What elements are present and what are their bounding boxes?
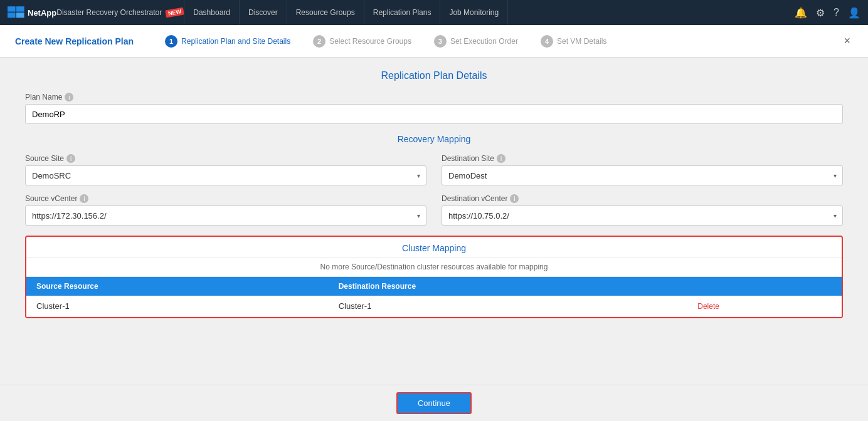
nav-discover[interactable]: Discover (240, 0, 287, 25)
delete-link[interactable]: Delete (697, 302, 719, 311)
step-circle-2: 2 (313, 35, 326, 48)
page-title: Replication Plan Details (25, 70, 843, 81)
step-circle-4: 4 (541, 35, 553, 48)
step-label-2: Select Resource Groups (329, 37, 411, 46)
source-vcenter-select-wrapper: https://172.30.156.2/ ▾ (25, 205, 426, 226)
wizard-title: Create New Replication Plan (15, 36, 134, 46)
bell-icon[interactable]: 🔔 (795, 7, 807, 19)
source-resource-header: Source Resource (26, 277, 329, 296)
site-row: Source Site i DemoSRC ▾ Destination Site… (25, 154, 843, 185)
app-name: Disaster Recovery Orchestrator (56, 8, 162, 17)
svg-rect-0 (8, 6, 16, 11)
user-icon[interactable]: 👤 (848, 7, 860, 19)
vcenter-row: Source vCenter i https://172.30.156.2/ ▾… (25, 194, 843, 226)
wizard-step-4[interactable]: 4 Set VM Details (529, 35, 618, 48)
recovery-mapping-section: Recovery Mapping Source Site i DemoSRC ▾ (25, 134, 843, 226)
nav-job-monitoring[interactable]: Job Monitoring (440, 0, 508, 25)
plan-name-info-icon[interactable]: i (65, 93, 73, 101)
nav-links: Dashboard Discover Resource Groups Repli… (184, 0, 795, 25)
source-resource-cell: Cluster-1 (26, 296, 329, 317)
gear-icon[interactable]: ⚙ (816, 7, 825, 19)
netapp-text: NetApp (28, 8, 56, 18)
topnav-icons: 🔔 ⚙ ? 👤 (795, 7, 860, 19)
wizard-step-2[interactable]: 2 Select Resource Groups (302, 35, 423, 48)
wizard-steps: 1 Replication Plan and Site Details 2 Se… (154, 35, 841, 48)
nav-replication-plans[interactable]: Replication Plans (364, 0, 441, 25)
destination-vcenter-group: Destination vCenter i https://10.75.0.2/… (442, 194, 843, 226)
close-button[interactable]: × (841, 32, 853, 50)
help-icon[interactable]: ? (834, 7, 839, 18)
destination-site-group: Destination Site i DemoDest ▾ (442, 154, 843, 185)
cluster-mapping-table: Source Resource Destination Resource Clu… (26, 277, 842, 317)
source-vcenter-group: Source vCenter i https://172.30.156.2/ ▾ (25, 194, 426, 226)
destination-site-select-wrapper: DemoDest ▾ (442, 165, 843, 185)
cluster-mapping-title: Cluster Mapping (26, 237, 842, 257)
top-navigation: NetApp Disaster Recovery Orchestrator NE… (0, 0, 868, 25)
destination-vcenter-select-wrapper: https://10.75.0.2/ ▾ (442, 205, 843, 226)
plan-name-label: Plan Name i (25, 93, 843, 101)
step-circle-1: 1 (165, 35, 177, 48)
table-header-row: Source Resource Destination Resource (26, 277, 842, 296)
svg-rect-1 (16, 6, 24, 11)
destination-vcenter-info-icon[interactable]: i (510, 194, 519, 203)
destination-site-label: Destination Site i (442, 154, 843, 163)
svg-rect-2 (8, 13, 16, 18)
svg-rect-3 (16, 13, 24, 18)
source-site-info-icon[interactable]: i (66, 154, 75, 163)
source-vcenter-label: Source vCenter i (25, 194, 426, 203)
cluster-mapping-box: Cluster Mapping No more Source/Destinati… (25, 236, 843, 318)
nav-dashboard[interactable]: Dashboard (184, 0, 240, 25)
wizard-footer: Continue (0, 385, 868, 421)
source-vcenter-select[interactable]: https://172.30.156.2/ (25, 205, 426, 226)
source-site-select[interactable]: DemoSRC (25, 165, 426, 185)
action-header (687, 277, 842, 296)
wizard-step-1[interactable]: 1 Replication Plan and Site Details (154, 35, 302, 48)
source-site-group: Source Site i DemoSRC ▾ (25, 154, 426, 185)
step-label-1: Replication Plan and Site Details (181, 37, 290, 46)
netapp-logo: NetApp (8, 6, 56, 19)
step-label-4: Set VM Details (557, 37, 606, 46)
action-cell: Delete (687, 296, 842, 317)
new-badge: NEW (165, 8, 184, 18)
wizard-step-3[interactable]: 3 Set Execution Order (423, 35, 529, 48)
source-site-label: Source Site i (25, 154, 426, 163)
step-circle-3: 3 (434, 35, 447, 48)
destination-resource-header: Destination Resource (329, 277, 688, 296)
destination-vcenter-label: Destination vCenter i (442, 194, 843, 203)
table-row: Cluster-1 Cluster-1 Delete (26, 296, 842, 317)
step-label-3: Set Execution Order (450, 37, 518, 46)
continue-button[interactable]: Continue (396, 392, 472, 414)
plan-name-input[interactable] (25, 104, 843, 124)
cluster-no-resources-message: No more Source/Destination cluster resou… (26, 257, 842, 277)
main-content: Replication Plan Details Plan Name i Rec… (0, 58, 868, 385)
plan-name-group: Plan Name i (25, 93, 843, 124)
source-site-select-wrapper: DemoSRC ▾ (25, 165, 426, 185)
destination-site-select[interactable]: DemoDest (442, 165, 843, 185)
netapp-logo-icon (8, 6, 25, 19)
destination-resource-cell: Cluster-1 (329, 296, 688, 317)
destination-vcenter-select[interactable]: https://10.75.0.2/ (442, 205, 843, 226)
wizard-header: Create New Replication Plan 1 Replicatio… (0, 25, 868, 58)
recovery-mapping-title: Recovery Mapping (25, 134, 843, 144)
source-vcenter-info-icon[interactable]: i (80, 194, 88, 203)
nav-resource-groups[interactable]: Resource Groups (287, 0, 364, 25)
destination-site-info-icon[interactable]: i (497, 154, 505, 163)
